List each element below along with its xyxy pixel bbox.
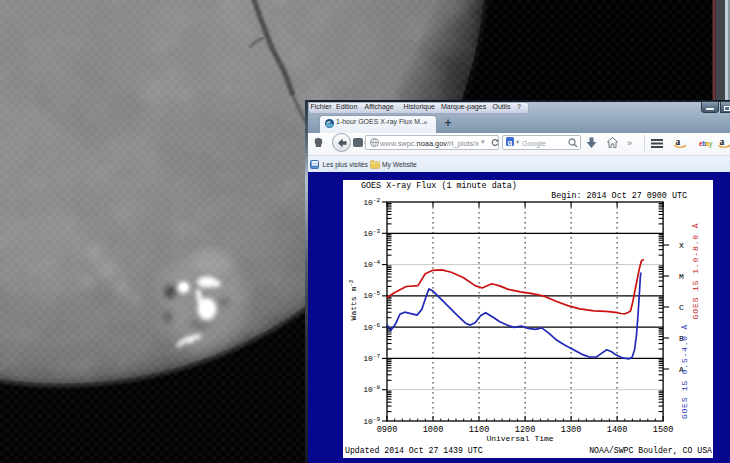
svg-text:10-9: 10-9 (363, 416, 380, 426)
svg-text:10-8: 10-8 (363, 384, 380, 394)
svg-text:NOAA/SWPC Boulder, CO USA: NOAA/SWPC Boulder, CO USA (589, 446, 712, 455)
svg-text:M: M (679, 272, 684, 281)
svg-text:GOES X-ray Flux (1 minute data: GOES X-ray Flux (1 minute data) (361, 181, 517, 191)
svg-text:10-2: 10-2 (363, 197, 380, 207)
svg-text:Universal Time: Universal Time (486, 434, 553, 443)
svg-text:1500: 1500 (653, 425, 674, 435)
svg-text:GOES 15 0.5-4.0 Å: GOES 15 0.5-4.0 Å (680, 324, 689, 419)
svg-text:GOES 15 1.0-8.0 Å: GOES 15 1.0-8.0 Å (691, 223, 700, 320)
svg-text:10-5: 10-5 (363, 290, 380, 300)
svg-text:X: X (679, 241, 684, 250)
svg-text:10-4: 10-4 (363, 259, 380, 269)
svg-text:Begin: 2014 Oct 27 0900 UTC: Begin: 2014 Oct 27 0900 UTC (551, 191, 687, 201)
svg-text:Updated 2014 Oct 27 1439 UTC: Updated 2014 Oct 27 1439 UTC (345, 446, 483, 455)
svg-text:0900: 0900 (377, 425, 398, 435)
svg-text:Watts m-2: Watts m-2 (348, 279, 358, 320)
svg-text:C: C (679, 303, 684, 312)
svg-text:1000: 1000 (423, 425, 444, 435)
svg-text:10-7: 10-7 (363, 353, 380, 363)
svg-text:10-3: 10-3 (363, 228, 380, 238)
svg-text:1300: 1300 (561, 425, 582, 435)
svg-text:1400: 1400 (607, 425, 628, 435)
svg-text:10-6: 10-6 (363, 322, 380, 332)
